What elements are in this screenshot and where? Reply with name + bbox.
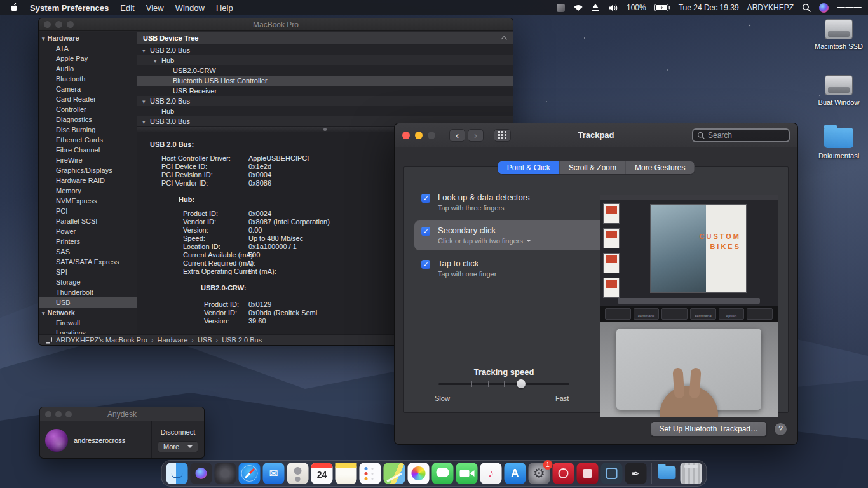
tab-more-gestures[interactable]: More Gestures <box>625 161 694 174</box>
sidebar-item-usb[interactable]: USB <box>39 297 137 308</box>
dock-item-notes[interactable] <box>336 463 357 484</box>
menu-app-name[interactable]: System Preferences <box>30 3 109 13</box>
dock-item-facetime[interactable] <box>456 463 478 484</box>
sidebar-item-hardware-raid[interactable]: Hardware RAID <box>39 175 137 186</box>
back-button[interactable] <box>449 129 465 142</box>
sidebar-item-fibre-channel[interactable]: Fibre Channel <box>39 145 137 155</box>
apple-menu-icon[interactable] <box>9 3 18 13</box>
dock-item-photos[interactable] <box>408 463 430 484</box>
dock-item-calendar[interactable]: 24 <box>311 463 333 484</box>
dock-item-reminders[interactable] <box>360 463 381 484</box>
sidebar-item-disc-burning[interactable]: Disc Burning <box>39 125 137 135</box>
dock-item-siri[interactable] <box>191 463 212 484</box>
sidebar-item-storage[interactable]: Storage <box>39 277 137 287</box>
sidebar-item-bluetooth[interactable]: Bluetooth <box>39 74 137 84</box>
sidebar-item-pci[interactable]: PCI <box>39 206 137 216</box>
disconnect-button[interactable]: Disconnect <box>161 428 195 436</box>
menu-window[interactable]: Window <box>175 3 205 13</box>
sidebar-item-spi[interactable]: SPI <box>39 267 137 277</box>
trackpad-titlebar[interactable]: Trackpad <box>395 123 797 147</box>
notification-center-icon[interactable] <box>837 6 862 10</box>
sidebar-item-graphics-displays[interactable]: Graphics/Displays <box>39 165 137 175</box>
dock-item-safari[interactable] <box>239 463 261 484</box>
dock-item-music[interactable] <box>480 463 502 484</box>
checkbox-secondary-click[interactable] <box>421 227 430 236</box>
sidebar-item-camera[interactable]: Camera <box>39 84 137 94</box>
dock-item-pen-tool[interactable] <box>625 463 647 484</box>
sidebar-item-card-reader[interactable]: Card Reader <box>39 94 137 104</box>
breadcrumb-item[interactable]: ARDYKHEPZ's MacBook Pro <box>56 336 158 344</box>
eject-icon[interactable] <box>592 4 600 11</box>
dock-item-trash[interactable] <box>681 463 702 484</box>
close-button[interactable] <box>402 132 410 139</box>
menu-view[interactable]: View <box>146 3 164 13</box>
spotlight-search-icon[interactable] <box>802 3 811 12</box>
close-button[interactable] <box>44 21 51 28</box>
checkbox-tap-to-click[interactable] <box>421 260 430 269</box>
sidebar-group-network[interactable]: Network <box>39 308 137 318</box>
sidebar-item-sata[interactable]: SATA/SATA Express <box>39 257 137 267</box>
breadcrumb-item[interactable]: USB <box>198 336 222 344</box>
breadcrumb-item[interactable]: Hardware <box>158 336 198 344</box>
search-field[interactable] <box>692 128 790 142</box>
dock-item-mail[interactable] <box>263 463 285 484</box>
sidebar-item-nvmexpress[interactable]: NVMExpress <box>39 196 137 206</box>
tree-row-usb2-crw[interactable]: USB2.0-CRW <box>137 65 513 76</box>
sidebar-group-hardware[interactable]: Hardware <box>39 33 137 43</box>
tree-row-bluetooth-usb-host-controller[interactable]: Bluetooth USB Host Controller <box>137 76 513 86</box>
setup-bluetooth-trackpad-button[interactable]: Set Up Bluetooth Trackpad… <box>651 421 767 437</box>
dock-item-adobe-red-2[interactable] <box>577 463 599 484</box>
secondary-click-dropdown[interactable]: Click or tap with two fingers <box>438 237 599 245</box>
slider-thumb[interactable] <box>517 379 526 388</box>
disclosure-triangle-icon[interactable] <box>42 33 48 44</box>
disclosure-triangle-icon[interactable] <box>154 57 161 64</box>
tab-point-and-click[interactable]: Point & Click <box>498 161 559 174</box>
dock-item-finder[interactable] <box>166 463 188 484</box>
desktop-icon-dokumentasi[interactable]: Dokumentasi <box>811 125 866 160</box>
disclosure-triangle-icon[interactable] <box>142 118 150 125</box>
sidebar-item-locations[interactable]: Locations <box>39 328 137 334</box>
tree-row-hub-2[interactable]: Hub <box>137 106 513 116</box>
siri-icon[interactable] <box>819 3 829 13</box>
minimize-button[interactable] <box>415 132 423 139</box>
dock-item-maps[interactable] <box>384 463 405 484</box>
fast-user-switch[interactable]: ARDYKHEPZ <box>747 3 794 12</box>
disclosure-triangle-icon[interactable] <box>42 308 48 318</box>
search-input[interactable] <box>708 131 785 140</box>
sidebar-item-controller[interactable]: Controller <box>39 104 137 114</box>
option-look-up[interactable]: Look up & data detectors Tap with three … <box>414 187 605 217</box>
minimize-button[interactable] <box>55 411 62 417</box>
sidebar-item-sas[interactable]: SAS <box>39 247 137 257</box>
tree-row-usb-receiver[interactable]: USB Receiver <box>137 86 513 96</box>
menu-help[interactable]: Help <box>216 3 233 13</box>
dock-item-adobe-red-1[interactable] <box>553 463 574 484</box>
tree-row-hub-1[interactable]: Hub <box>137 55 513 65</box>
help-button[interactable]: ? <box>774 423 787 436</box>
option-tap-to-click[interactable]: Tap to click Tap with one finger <box>414 254 605 283</box>
dock-item-photoshop[interactable] <box>601 463 623 484</box>
sidebar-item-ata[interactable]: ATA <box>39 43 137 53</box>
collapse-chevron-icon[interactable] <box>501 36 507 42</box>
checkbox-look-up[interactable] <box>421 194 430 203</box>
sidebar-item-firewire[interactable]: FireWire <box>39 155 137 165</box>
disclosure-triangle-icon[interactable] <box>142 46 150 54</box>
sidebar-item-diagnostics[interactable]: Diagnostics <box>39 114 137 125</box>
zoom-button[interactable] <box>67 21 74 28</box>
desktop-icon-macintosh-ssd[interactable]: Macintosh SSD <box>811 19 866 51</box>
tab-scroll-and-zoom[interactable]: Scroll & Zoom <box>559 161 625 174</box>
dock-item-contacts[interactable] <box>287 463 309 484</box>
sidebar-item-thunderbolt[interactable]: Thunderbolt <box>39 287 137 297</box>
dock-item-app-store[interactable] <box>505 463 526 484</box>
desktop-icon-buat-window[interactable]: Buat Window <box>811 75 866 107</box>
minimize-button[interactable] <box>55 21 62 28</box>
zoom-button[interactable] <box>65 411 72 417</box>
dock-item-documents-folder[interactable] <box>656 463 678 484</box>
tracking-speed-slider[interactable] <box>438 379 569 388</box>
dock-item-messages[interactable] <box>432 463 454 484</box>
more-dropdown[interactable]: More <box>158 441 198 452</box>
app-status-icon[interactable] <box>557 4 565 12</box>
sidebar-item-apple-pay[interactable]: Apple Pay <box>39 53 137 64</box>
tree-row-usb2-bus-1[interactable]: USB 2.0 Bus <box>137 45 513 55</box>
wifi-icon[interactable] <box>573 4 583 11</box>
sidebar-item-printers[interactable]: Printers <box>39 236 137 247</box>
